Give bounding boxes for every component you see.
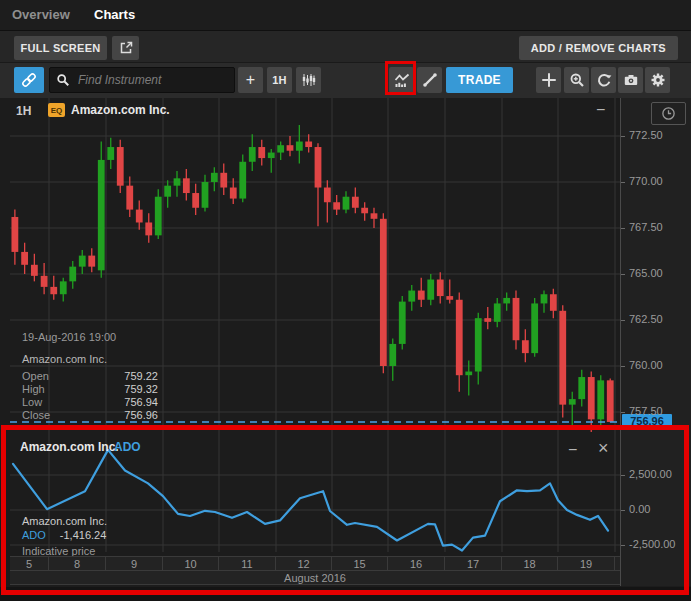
legend-indicator: ADO [22, 529, 46, 541]
chart-title: Amazon.com Inc. [71, 103, 170, 117]
price-tick-mark [621, 182, 625, 183]
indicator-value-axis: 2,500.000.00-2,500.00 [620, 432, 691, 556]
time-tick-cell: 11 [219, 557, 276, 571]
instrument-search [49, 67, 235, 93]
chart-type-button[interactable] [389, 67, 414, 93]
time-tick-cell: 16 [388, 557, 445, 571]
indicator-legend: Amazon.com Inc. ADO-1,416.24 [22, 514, 107, 542]
refresh-button[interactable] [591, 67, 616, 93]
chart-toolbar: + 1H TRADE [0, 63, 691, 99]
chart-type-icon [394, 72, 410, 88]
close-indicator-button[interactable]: × [598, 440, 609, 456]
time-tick-cell: 18 [502, 557, 558, 571]
indicator-panel: Amazon.com Inc. ADO − × Amazon.com Inc. … [0, 432, 691, 587]
time-axis-month: August 2016 [10, 571, 620, 585]
value-tick-mark [621, 510, 625, 511]
price-tick-label: 767.50 [629, 221, 663, 233]
value-tick-label: -2,500.00 [629, 538, 675, 550]
price-tick-label: 757.50 [629, 405, 663, 417]
value-tick-mark [621, 545, 625, 546]
instrument-type-badge: EQ [48, 103, 65, 117]
tooltip-row: Close756.96 [22, 409, 158, 422]
interval-button[interactable]: 1H [267, 67, 292, 93]
settings-gear-icon [650, 72, 666, 88]
value-tick-label: 2,500.00 [629, 468, 672, 480]
axis-corner [620, 556, 691, 586]
search-input[interactable] [76, 72, 237, 88]
minimize-indicator-button[interactable]: − [568, 442, 577, 458]
popout-icon [118, 40, 134, 56]
trading-platform-window: Overview Charts FULL SCREEN ADD / REMOVE… [0, 0, 691, 601]
time-axis[interactable]: 5891011121516171819 [10, 556, 620, 571]
settings-button[interactable] [645, 67, 670, 93]
tooltip-instrument: Amazon.com Inc. [22, 353, 158, 366]
time-tick-cell: 5 [10, 557, 49, 571]
time-tick-cell: 10 [163, 557, 219, 571]
minimize-main-chart-button[interactable]: − [596, 102, 605, 118]
price-tick-mark [621, 136, 625, 137]
crosshair-button[interactable] [536, 67, 561, 93]
top-tab-bar: Overview Charts [0, 0, 691, 31]
add-remove-charts-button[interactable]: ADD / REMOVE CHARTS [519, 36, 678, 60]
tooltip-row: Open759.22 [22, 370, 158, 383]
value-tick-mark [621, 475, 625, 476]
crosshair-icon [541, 72, 557, 88]
time-tick-cell: 12 [276, 557, 332, 571]
full-screen-button[interactable]: FULL SCREEN [14, 36, 107, 60]
legend-indicator-value: -1,416.24 [60, 529, 106, 541]
legend-instrument: Amazon.com Inc. [22, 514, 107, 528]
popout-button[interactable] [112, 36, 139, 60]
indicators-button[interactable] [296, 67, 321, 93]
price-tick-mark [621, 274, 625, 275]
time-settings-button[interactable] [651, 102, 686, 125]
tab-charts[interactable]: Charts [94, 0, 135, 30]
trendline-icon [422, 72, 438, 88]
price-axis: 756.96 772.50770.00767.50765.00762.50760… [620, 98, 691, 432]
price-tick-mark [621, 320, 625, 321]
add-chart-button[interactable]: + [238, 67, 263, 93]
camera-button[interactable] [618, 67, 643, 93]
price-tick-label: 770.00 [629, 175, 663, 187]
tooltip-datetime: 19-Aug-2016 19:00 [22, 331, 158, 344]
time-tick-cell: 19 [558, 557, 615, 571]
tooltip-rows: Open759.22High759.32Low756.94Close756.96 [22, 370, 158, 422]
tooltip-row: High759.32 [22, 383, 158, 396]
trade-button[interactable]: TRADE [446, 67, 513, 93]
clock-icon [661, 106, 676, 121]
refresh-icon [596, 72, 612, 88]
search-icon [56, 73, 70, 87]
zoom-in-icon [569, 72, 585, 88]
zoom-in-button[interactable] [564, 67, 589, 93]
chart-interval-label: 1H [16, 104, 31, 118]
time-tick-cell: 15 [332, 557, 388, 571]
indicators-icon [301, 72, 317, 88]
action-bar: FULL SCREEN ADD / REMOVE CHARTS [0, 31, 691, 63]
value-tick-label: 0.00 [629, 503, 650, 515]
ohlc-tooltip: 19-Aug-2016 19:00 Amazon.com Inc. Open75… [22, 331, 158, 422]
price-tick-label: 762.50 [629, 313, 663, 325]
price-tick-mark [621, 366, 625, 367]
time-tick-cell: 17 [445, 557, 502, 571]
price-tick-mark [621, 412, 625, 413]
tab-overview[interactable]: Overview [12, 0, 70, 30]
price-tick-label: 765.00 [629, 267, 663, 279]
price-tick-label: 760.00 [629, 359, 663, 371]
link-button[interactable] [14, 67, 44, 93]
trendline-button[interactable] [417, 67, 442, 93]
tooltip-row: Low756.94 [22, 396, 158, 409]
price-tick-mark [621, 228, 625, 229]
indicator-name-label: ADO [114, 440, 141, 454]
main-chart-panel: 1H EQ Amazon.com Inc. − 19-Aug-2016 19:0… [0, 98, 691, 432]
link-icon [21, 72, 37, 88]
price-tick-label: 772.50 [629, 129, 663, 141]
indicator-panel-title: Amazon.com Inc. [20, 440, 119, 454]
camera-icon [623, 72, 639, 88]
time-tick-cell: 8 [49, 557, 106, 571]
time-tick-cell: 9 [106, 557, 163, 571]
